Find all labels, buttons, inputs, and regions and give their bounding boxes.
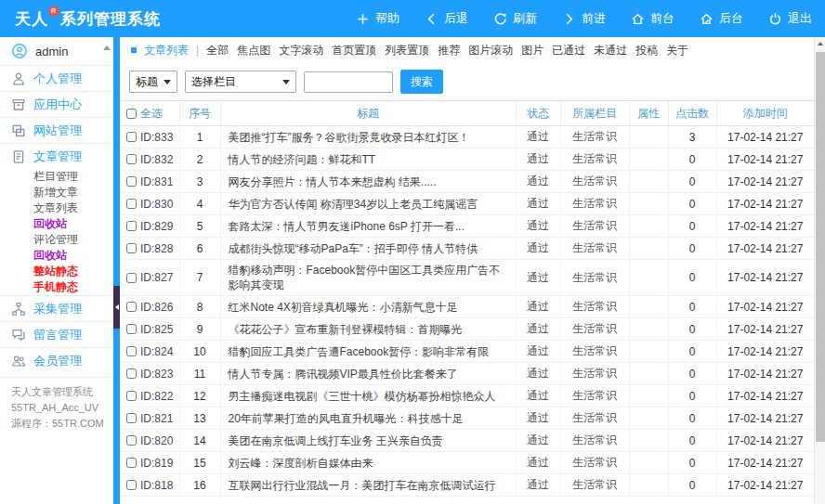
row-checkbox[interactable] — [126, 391, 137, 401]
row-title-link[interactable]: 男主播痴迷电视剧《三世十桃》模仿杨幂扮相惊艳众人 — [229, 390, 496, 403]
row-title-link[interactable]: 成都街头惊现“移动PaPa车”：招手即停 情人节特供 — [229, 242, 478, 255]
row-title-link[interactable]: 互联网出行行业混战一月：美团打车在南京低调试运行 — [229, 479, 496, 492]
row-category-link[interactable]: 生活常识 — [572, 322, 617, 335]
filter-tab[interactable]: 投稿 — [635, 43, 658, 58]
filter-tab[interactable]: 全部 — [206, 43, 229, 58]
row-category-link[interactable]: 生活常识 — [572, 411, 617, 424]
row-category-link[interactable]: 生活常识 — [572, 433, 617, 446]
row-checkbox[interactable] — [126, 273, 137, 283]
sidebar-item[interactable]: 采集管理 — [0, 295, 113, 321]
row-title-link[interactable]: 红米Note 4X初音绿真机曝光：小清新气息十足 — [229, 301, 458, 314]
header-menu-item[interactable]: 退出 — [768, 10, 812, 27]
filter-tab[interactable]: 已通过 — [552, 43, 585, 58]
scroll-up-arrow-icon[interactable] — [815, 37, 825, 50]
sidebar-item[interactable]: 会员管理 — [0, 347, 113, 373]
select-all-checkbox[interactable] — [126, 109, 137, 119]
search-field-select[interactable]: 标题 — [129, 71, 177, 93]
sidebar-item[interactable]: 文章列表 — [0, 200, 113, 216]
app-title-suffix: 系列管理系统 — [60, 10, 161, 28]
row-checkbox[interactable] — [126, 199, 137, 209]
row-checkbox[interactable] — [126, 435, 137, 446]
row-category-link[interactable]: 生活常识 — [572, 174, 617, 187]
header-menu-item[interactable]: 帮助 — [356, 10, 399, 27]
filter-tab[interactable]: 关于 — [666, 43, 688, 58]
header-menu-item[interactable]: 刷新 — [493, 10, 537, 27]
filter-tab[interactable]: 图片滚动 — [468, 43, 513, 58]
sidebar-item[interactable]: 评论管理 — [0, 232, 113, 248]
filter-tab[interactable]: 推荐 — [438, 43, 460, 58]
row-checkbox[interactable] — [126, 221, 137, 231]
row-title-link[interactable]: 套路太深：情人节男友送iPhone 6sP 打开一看... — [229, 220, 465, 233]
row-checkbox[interactable] — [126, 368, 137, 379]
row-category-link[interactable]: 生活常识 — [572, 456, 617, 469]
row-category-link[interactable]: 生活常识 — [572, 152, 617, 165]
sidebar-menu: admin 个人管理 应用中心 网站管理 文章管理 栏目管理 — [0, 37, 113, 373]
sidebar-splitter[interactable] — [113, 37, 120, 504]
filter-tab[interactable]: 焦点图 — [237, 43, 270, 58]
row-title-link[interactable]: 华为官方否认传闻 称清理34岁以上老员工纯属谣言 — [229, 198, 478, 211]
scrollbar-thumb[interactable] — [816, 52, 825, 442]
sidebar-item[interactable]: admin — [0, 37, 113, 65]
row-checkbox[interactable] — [126, 132, 137, 142]
vertical-scrollbar[interactable] — [814, 37, 825, 504]
row-title-link[interactable]: 20年前苹果打造的风电直升机曝光：科技感十足 — [229, 412, 464, 425]
filter-tab[interactable]: 文字滚动 — [279, 43, 323, 58]
select-all[interactable]: 全选 — [126, 106, 179, 122]
sidebar-item[interactable]: 文章管理 — [0, 143, 113, 169]
row-category-link[interactable]: 生活常识 — [572, 389, 617, 402]
row-category-link[interactable]: 生活常识 — [572, 241, 617, 254]
row-title-link[interactable]: 情人节专属：腾讯视频VIP最具性价比套餐来了 — [229, 368, 458, 381]
filter-tab[interactable]: 首页置顶 — [332, 43, 376, 58]
sidebar-item[interactable]: 手机静态 — [0, 279, 113, 295]
row-title-link[interactable]: 情人节的经济问题：鲜花和TT — [229, 153, 376, 166]
column-select[interactable]: 选择栏目 — [185, 71, 296, 93]
row-checkbox[interactable] — [126, 302, 137, 312]
row-category-link[interactable]: 生活常识 — [572, 478, 617, 491]
filter-tab[interactable]: 列表置顶 — [385, 43, 429, 58]
row-checkbox[interactable] — [126, 480, 137, 490]
row-title-link[interactable]: 猎豹移动声明：Facebook暂停中国区工具类应用广告不影响其变现 — [229, 264, 501, 291]
sidebar-item[interactable]: 个人管理 — [0, 65, 113, 91]
filter-tab[interactable]: 图片 — [521, 43, 543, 58]
row-category-link[interactable]: 生活常识 — [572, 300, 617, 313]
row-checkbox[interactable] — [126, 346, 137, 356]
header-menu-item[interactable]: 后台 — [700, 10, 743, 27]
sidebar-item-label: 文章管理 — [33, 149, 82, 165]
row-category-link[interactable]: 生活常识 — [572, 219, 617, 232]
sidebar-scroll-up-icon[interactable] — [103, 42, 111, 50]
row-checkbox[interactable] — [126, 413, 137, 423]
header-menu-item[interactable]: 前进 — [562, 10, 606, 27]
filter-tab[interactable]: 未通过 — [594, 43, 627, 58]
sidebar-item[interactable]: 新增文章 — [0, 185, 113, 200]
row-category-link[interactable]: 生活常识 — [572, 344, 617, 357]
header-menu-item[interactable]: 后退 — [425, 10, 468, 27]
row-title-link[interactable]: 刘云峰：深度剖析自媒体由来 — [229, 457, 373, 470]
sidebar-item[interactable]: 留言管理 — [0, 321, 113, 347]
row-checkbox[interactable] — [126, 324, 137, 334]
sidebar-item[interactable]: 整站静态 — [0, 264, 113, 279]
sidebar-item[interactable]: 应用中心 — [0, 91, 113, 117]
search-input[interactable] — [304, 71, 393, 93]
row-category-link[interactable]: 生活常识 — [572, 130, 617, 143]
row-checkbox[interactable] — [126, 176, 137, 187]
row-checkbox[interactable] — [126, 154, 137, 164]
search-button[interactable]: 搜索 — [400, 70, 443, 94]
chevron-left-icon — [425, 12, 439, 26]
row-title-link[interactable]: 美团在南京低调上线打车业务 王兴亲自负责 — [229, 434, 443, 447]
sidebar-item[interactable]: 回收站 — [0, 248, 113, 264]
column-header-attr: 属性 — [629, 101, 668, 126]
sidebar-item[interactable]: 网站管理 — [0, 117, 113, 143]
sidebar-item[interactable]: 回收站 — [0, 216, 113, 232]
header-menu-item[interactable]: 前台 — [631, 10, 674, 27]
row-checkbox[interactable] — [126, 458, 137, 468]
row-category-link[interactable]: 生活常识 — [572, 197, 617, 210]
row-title-link[interactable]: 网友分享照片：情人节本来想虚构 结果..... — [229, 175, 437, 188]
row-title-link[interactable]: 《花花公子》宣布重新刊登裸模特辑：首期曝光 — [229, 323, 463, 336]
sidebar-collapse-handle[interactable] — [113, 286, 120, 329]
sidebar-item[interactable]: 栏目管理 — [0, 169, 113, 185]
row-category-link[interactable]: 生活常识 — [572, 271, 617, 284]
row-category-link[interactable]: 生活常识 — [572, 367, 617, 380]
row-title-link[interactable]: 美团推“打车”服务？谷歌街景竟收录日本红灯区！ — [229, 131, 470, 144]
row-checkbox[interactable] — [126, 243, 137, 253]
row-title-link[interactable]: 猎豹回应工具类广告遭Facebook暂停：影响非常有限 — [229, 345, 490, 358]
